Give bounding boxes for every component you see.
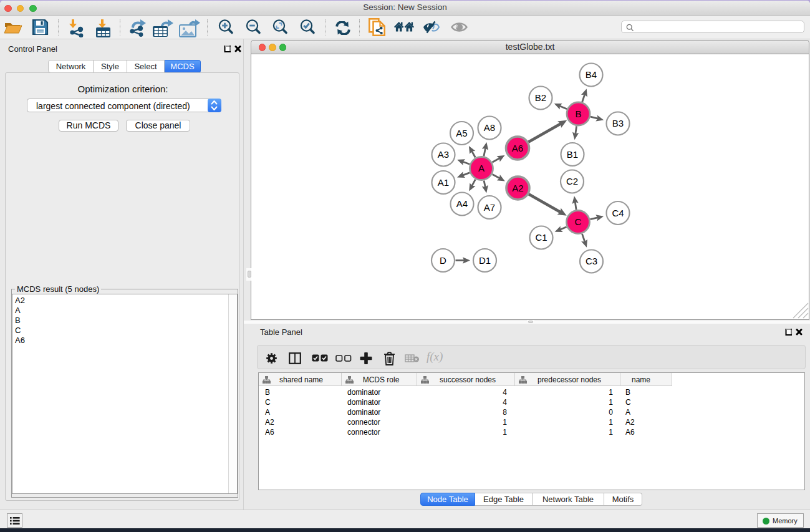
svg-text:B3: B3 bbox=[612, 118, 624, 128]
svg-text:A8: A8 bbox=[484, 122, 495, 133]
svg-text:D: D bbox=[440, 255, 446, 266]
svg-text:A7: A7 bbox=[484, 202, 495, 213]
svg-text:B2: B2 bbox=[535, 92, 546, 103]
svg-text:B: B bbox=[575, 109, 581, 119]
svg-text:A3: A3 bbox=[438, 149, 449, 160]
svg-text:B4: B4 bbox=[586, 69, 597, 80]
svg-text:D1: D1 bbox=[479, 255, 491, 266]
svg-text:C: C bbox=[575, 216, 582, 227]
svg-text:C4: C4 bbox=[612, 208, 624, 218]
svg-text:C3: C3 bbox=[586, 256, 597, 266]
svg-text:A5: A5 bbox=[456, 128, 467, 138]
svg-text:B1: B1 bbox=[567, 149, 578, 160]
svg-text:A6: A6 bbox=[512, 143, 523, 153]
svg-text:C1: C1 bbox=[535, 232, 547, 243]
svg-text:A: A bbox=[478, 163, 485, 173]
svg-text:A2: A2 bbox=[512, 183, 523, 193]
svg-text:C2: C2 bbox=[566, 176, 578, 186]
svg-text:A4: A4 bbox=[456, 198, 468, 209]
svg-text:A1: A1 bbox=[438, 177, 449, 188]
